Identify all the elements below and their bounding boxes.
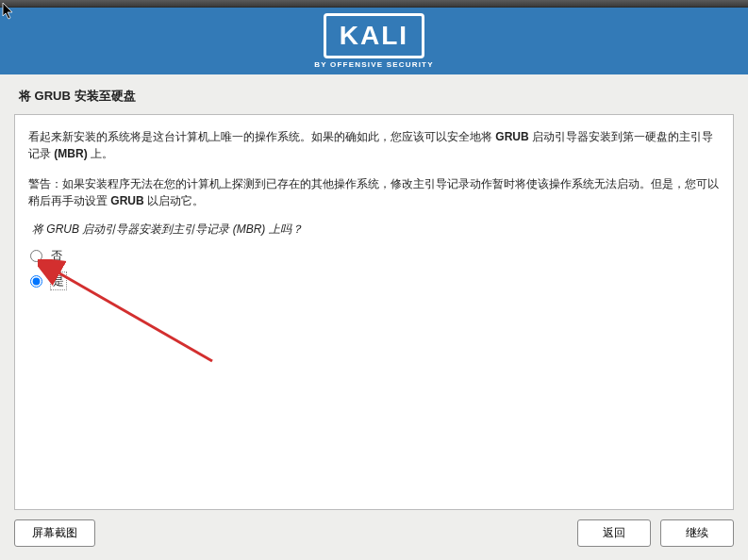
radio-no-input[interactable] xyxy=(30,250,42,262)
radio-option-yes[interactable]: 是 xyxy=(30,272,720,289)
window-title-bar xyxy=(0,0,748,8)
page-title: 将 GRUB 安装至硬盘 xyxy=(0,74,748,114)
footer-right-group: 返回 继续 xyxy=(577,519,734,547)
content-area: 看起来新安装的系统将是这台计算机上唯一的操作系统。如果的确如此，您应该可以安全地… xyxy=(14,114,734,510)
description-text: 看起来新安装的系统将是这台计算机上唯一的操作系统。如果的确如此，您应该可以安全地… xyxy=(28,128,720,162)
back-button[interactable]: 返回 xyxy=(577,519,651,547)
warning-text: 警告：如果安装程序无法在您的计算机上探测到已存在的其他操作系统，修改主引导记录动… xyxy=(28,175,720,209)
kali-logo-box: KALI xyxy=(324,13,424,58)
footer-bar: 屏幕截图 返回 继续 xyxy=(0,510,748,560)
radio-no-label: 否 xyxy=(51,247,62,264)
header-banner: KALI BY OFFENSIVE SECURITY xyxy=(0,8,748,74)
radio-yes-input[interactable] xyxy=(30,275,42,288)
kali-logo-text: KALI xyxy=(340,21,408,51)
kali-logo: KALI BY OFFENSIVE SECURITY xyxy=(314,13,433,69)
continue-button[interactable]: 继续 xyxy=(660,519,734,547)
screenshot-button[interactable]: 屏幕截图 xyxy=(14,519,95,547)
kali-logo-subtitle: BY OFFENSIVE SECURITY xyxy=(314,60,433,69)
radio-group: 否 是 xyxy=(30,247,720,289)
question-text: 将 GRUB 启动引导器安装到主引导记录 (MBR) 上吗？ xyxy=(32,221,720,238)
radio-option-no[interactable]: 否 xyxy=(30,247,720,264)
radio-yes-label: 是 xyxy=(51,272,66,289)
